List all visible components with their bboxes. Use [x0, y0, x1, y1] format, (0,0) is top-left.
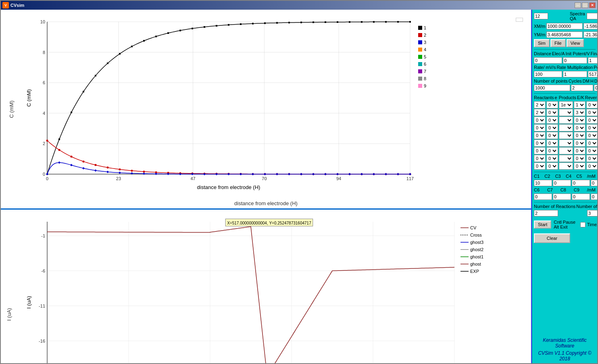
r1-select-1[interactable]: 012345: [534, 109, 546, 116]
file-button[interactable]: File: [550, 39, 566, 47]
r1-select-7[interactable]: 012345: [534, 155, 546, 162]
p1-select-1[interactable]: 012345: [574, 109, 585, 116]
p1-select-4[interactable]: 012345: [574, 132, 585, 139]
p2-select-8[interactable]: 012345: [586, 162, 597, 170]
p1-select-0[interactable]: 012345: [574, 101, 585, 108]
p1-select-3[interactable]: 012345: [574, 124, 585, 131]
final-potent-label: Final Potent/V: [591, 51, 597, 56]
param-values-row2: [534, 71, 596, 77]
r2-select-7[interactable]: 012345: [546, 155, 558, 162]
close-button[interactable]: ✕: [589, 2, 596, 8]
num-points-input[interactable]: [534, 85, 570, 91]
p1-select-8[interactable]: 012345: [574, 162, 585, 170]
control-panel: Spectra QA XM/m Reset YM/m: [532, 10, 597, 363]
p2-select-2[interactable]: 012345: [586, 116, 597, 124]
p1-select-2[interactable]: 012345: [574, 116, 585, 124]
r1-select-0[interactable]: 012345: [534, 101, 546, 108]
c6-label: C6: [534, 187, 546, 192]
xm-value2-input[interactable]: [583, 23, 597, 29]
c9-label: C9: [574, 187, 586, 192]
c8-input[interactable]: [572, 193, 590, 200]
counter-input[interactable]: [534, 13, 548, 19]
conc-labels-row2: C6 C7 C8 C9 /mM: [534, 187, 596, 192]
c9-input[interactable]: [591, 193, 597, 200]
c3-input[interactable]: [572, 180, 590, 186]
xm-value1-input[interactable]: [546, 23, 583, 29]
e-select-2[interactable]: 1e2e3e: [559, 116, 573, 124]
xm-row: XM/m Reset: [534, 22, 596, 30]
r1-select-5[interactable]: 012345: [534, 139, 546, 147]
num-reactions-input[interactable]: [534, 210, 558, 216]
p2-select-6[interactable]: 012345: [586, 147, 597, 154]
timex-checkbox[interactable]: [580, 222, 585, 227]
cycles-input[interactable]: [571, 85, 593, 91]
p1-select-7[interactable]: 012345: [574, 155, 585, 162]
c1-input[interactable]: [534, 180, 552, 186]
ym-label: YM/m: [534, 32, 546, 37]
r2-select-4[interactable]: 012345: [546, 132, 558, 139]
p2-select-1[interactable]: 012345: [586, 109, 597, 116]
potential-input[interactable]: [588, 71, 597, 77]
minimize-button[interactable]: ─: [575, 2, 581, 8]
r2-select-5[interactable]: 012345: [546, 139, 558, 147]
start-button[interactable]: Start: [534, 220, 551, 229]
elec-input[interactable]: [563, 57, 587, 64]
r2-select-8[interactable]: 012345: [546, 162, 558, 170]
rate-input[interactable]: [534, 71, 562, 77]
p2-select-7[interactable]: 012345: [586, 155, 597, 162]
p1-select-5[interactable]: 012345: [574, 139, 585, 147]
p1-select-6[interactable]: 012345: [574, 147, 585, 154]
p2-select-0[interactable]: 012345: [586, 101, 597, 108]
e-select-4[interactable]: 1e2e3e: [559, 132, 573, 139]
reactants-header-row: Reactants e Products E/K Revers 0-1: [534, 95, 596, 100]
top-x-axis-label: distance from electrode (H): [234, 200, 298, 206]
dm-input[interactable]: [594, 85, 597, 91]
rate-mult-label: Rate Multiplication: [556, 65, 593, 70]
r2-select-3[interactable]: 012345: [546, 124, 558, 131]
e-select-7[interactable]: 1e2e3e: [559, 155, 573, 162]
e-select-5[interactable]: 1e2e3e: [559, 139, 573, 147]
p2-select-5[interactable]: 012345: [586, 139, 597, 147]
r2-select-2[interactable]: 012345: [546, 116, 558, 124]
view-button[interactable]: View: [567, 39, 584, 47]
r1-select-6[interactable]: 012345: [534, 147, 546, 154]
num-compounds-input[interactable]: [587, 210, 597, 216]
alt-exit-label: Alt Exit: [554, 225, 575, 229]
r1-select-8[interactable]: 012345: [534, 162, 546, 170]
p2-select-4[interactable]: 012345: [586, 132, 597, 139]
param-values-row3: [534, 85, 596, 91]
rate-mult-input[interactable]: [563, 71, 587, 77]
clear-button[interactable]: Clear: [534, 233, 570, 243]
r2-select-0[interactable]: 012345: [546, 101, 558, 108]
reaction-row-8: 0123450123451e2e3e012345012345: [534, 162, 596, 170]
param-values-row1: [534, 57, 596, 64]
e-select-3[interactable]: 1e2e3e: [559, 124, 573, 131]
c2-input[interactable]: [553, 180, 571, 186]
spectra-input[interactable]: [587, 13, 597, 19]
num-reactions-values-row: [534, 210, 596, 216]
p2-select-3[interactable]: 012345: [586, 124, 597, 131]
e-select-1[interactable]: 1e2e3e: [559, 109, 573, 116]
spectra-row: Spectra QA: [534, 11, 596, 21]
concentration-chart: C (mM) distance from electrode (H): [1, 10, 531, 210]
e-select-0[interactable]: 1e2e3e: [559, 101, 573, 108]
r2-select-1[interactable]: 012345: [546, 109, 558, 116]
e-select-8[interactable]: 1e2e3e: [559, 162, 573, 170]
init-potent-input[interactable]: [588, 57, 597, 64]
c6-input[interactable]: [534, 193, 552, 200]
e-select-6[interactable]: 1e2e3e: [559, 147, 573, 154]
r1-select-4[interactable]: 012345: [534, 132, 546, 139]
r1-select-3[interactable]: 012345: [534, 124, 546, 131]
revers-col-label: Revers 0-1: [585, 95, 597, 100]
c7-input[interactable]: [553, 193, 571, 200]
reaction-row-2: 0123450123451e2e3e012345012345: [534, 116, 596, 124]
ym-value1-input[interactable]: [546, 31, 583, 38]
c1-label: C1: [534, 174, 544, 179]
ym-value2-input[interactable]: [583, 31, 597, 38]
sim-button[interactable]: Sim: [534, 39, 550, 47]
r1-select-2[interactable]: 012345: [534, 116, 546, 124]
distance-input[interactable]: [534, 57, 562, 64]
c4-input[interactable]: [591, 180, 597, 186]
maximize-button[interactable]: □: [582, 2, 588, 8]
r2-select-6[interactable]: 012345: [546, 147, 558, 154]
